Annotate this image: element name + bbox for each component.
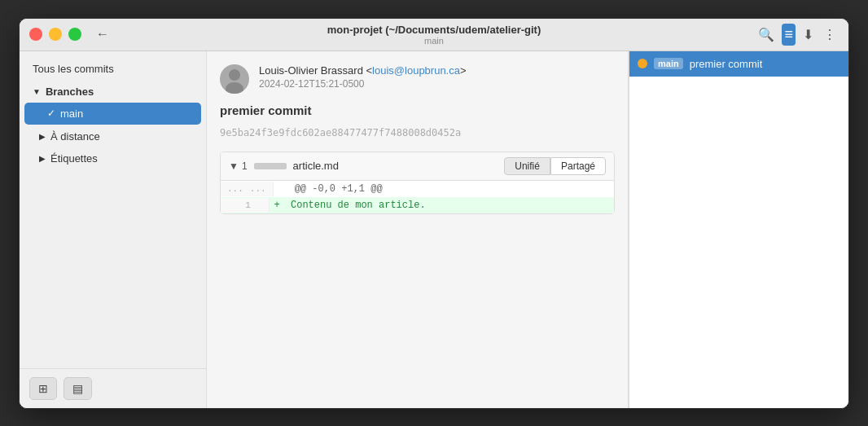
commit-meta: Louis-Olivier Brassard <louis@loupbrun.c…	[259, 64, 615, 90]
branches-label: Branches	[46, 86, 94, 98]
maximize-button[interactable]: +	[68, 28, 81, 41]
diff-added-sign: +	[270, 197, 284, 213]
diff-new-lineno: ...	[250, 184, 266, 194]
diff-old-lineno: ...	[227, 184, 243, 194]
history-item[interactable]: main premier commit	[629, 51, 848, 77]
sidebar-item-main[interactable]: ✓ main	[24, 103, 201, 125]
sidebar-section-remote: ▶ À distance	[20, 126, 206, 147]
commit-author: Louis-Olivier Brassard <louis@loupbrun.c…	[259, 64, 615, 77]
sidebar-section-branches: ▼ Branches ✓ main	[20, 81, 206, 125]
diff-hunk-header: @@ -0,0 +1,1 @@	[288, 181, 614, 197]
search-icon: 🔍	[758, 28, 774, 42]
diff-section: ▼ 1 article.md Unifié Partagé ... ...	[220, 152, 615, 214]
diff-body: ... ... @@ -0,0 +1,1 @@ 1 + Contenu de m…	[221, 181, 614, 213]
diff-added-content: Contenu de mon article.	[284, 197, 614, 213]
commit-area: Louis-Olivier Brassard <louis@loupbrun.c…	[207, 51, 629, 408]
sidebar-tags-header[interactable]: ▶ Étiquettes	[20, 148, 206, 169]
window-controls: ✕ − +	[29, 28, 81, 41]
more-button[interactable]: ⋮	[821, 24, 839, 45]
avatar	[220, 64, 249, 94]
sidebar-section-tags: ▶ Étiquettes	[20, 148, 206, 169]
more-icon: ⋮	[823, 28, 836, 42]
sidebar: Tous les commits ▼ Branches ✓ main ▶ À d…	[20, 51, 207, 408]
branch-badge: main	[654, 58, 683, 69]
diff-filename: article.md	[293, 160, 505, 172]
collapse-icon: ▼	[229, 160, 239, 172]
diff-header: ▼ 1 article.md Unifié Partagé	[221, 152, 614, 181]
file-browser-button[interactable]: ▤	[64, 377, 92, 400]
sidebar-branches-header[interactable]: ▼ Branches	[20, 81, 206, 102]
author-email-link[interactable]: louis@loupbrun.ca	[372, 64, 460, 77]
list-view-button[interactable]: ≡	[782, 24, 796, 46]
commit-header: Louis-Olivier Brassard <louis@loupbrun.c…	[220, 64, 615, 94]
unified-view-button[interactable]: Unifié	[504, 157, 550, 175]
diff-toggle[interactable]: ▼ 1	[229, 160, 287, 172]
search-button[interactable]: 🔍	[756, 24, 777, 45]
diff-view-buttons: Unifié Partagé	[504, 157, 606, 175]
titlebar-info: mon-projet (~/Documents/udem/atelier-git…	[327, 24, 541, 46]
history-commit-message: premier commit	[690, 58, 763, 70]
window-subtitle: main	[327, 36, 541, 46]
titlebar: ✕ − + ← mon-projet (~/Documents/udem/ate…	[20, 19, 848, 51]
commit-hash: 9e5ba24f3e9fdc602ae88477477f7488008d0452…	[220, 127, 615, 138]
commit-message: premier commit	[220, 103, 615, 117]
a-distance-label: À distance	[50, 130, 100, 143]
sidebar-footer: ⊞ ▤	[20, 368, 206, 408]
app-window: ✕ − + ← mon-projet (~/Documents/udem/ate…	[19, 18, 849, 409]
diff-added-new-no: 1	[245, 200, 251, 210]
close-button[interactable]: ✕	[29, 28, 42, 41]
back-button[interactable]: ←	[91, 25, 114, 43]
sidebar-item-all-commits[interactable]: Tous les commits	[20, 58, 206, 80]
split-view-button[interactable]: Partagé	[550, 157, 606, 175]
sidebar-content: Tous les commits ▼ Branches ✓ main ▶ À d…	[20, 51, 206, 368]
list-icon: ≡	[784, 26, 793, 42]
main-area: Tous les commits ▼ Branches ✓ main ▶ À d…	[20, 51, 848, 408]
etiquettes-label: Étiquettes	[50, 152, 98, 165]
stage-icon: ⊞	[38, 382, 48, 395]
download-icon: ⬇	[803, 28, 813, 42]
commit-date: 2024-02-12T15:21-0500	[259, 78, 615, 90]
chevron-right-icon: ▶	[39, 132, 46, 141]
download-button[interactable]: ⬇	[800, 24, 816, 45]
diff-bar	[254, 163, 287, 169]
minimize-button[interactable]: −	[49, 28, 62, 41]
history-panel: main premier commit	[629, 51, 848, 408]
history-list: main premier commit	[629, 51, 848, 408]
chevron-down-icon: ▼	[33, 87, 41, 96]
diff-meta-sign	[274, 187, 288, 191]
chevron-right-icon-2: ▶	[39, 154, 46, 163]
window-title: mon-projet (~/Documents/udem/atelier-git…	[327, 24, 541, 36]
diff-change-count: 1	[242, 160, 248, 172]
diff-row-meta: ... ... @@ -0,0 +1,1 @@	[221, 181, 614, 197]
folder-icon: ▤	[72, 382, 83, 395]
check-icon: ✓	[47, 108, 55, 119]
stage-button[interactable]: ⊞	[29, 377, 57, 400]
commit-dot	[638, 59, 647, 68]
diff-row-added: 1 + Contenu de mon article.	[221, 197, 614, 213]
main-branch-label: main	[60, 108, 83, 120]
sidebar-remote-header[interactable]: ▶ À distance	[20, 126, 206, 147]
